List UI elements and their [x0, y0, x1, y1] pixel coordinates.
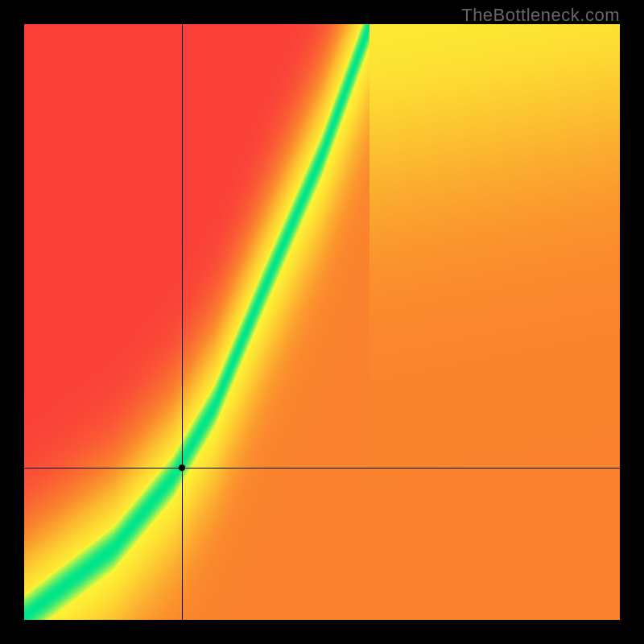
selection-marker — [179, 464, 185, 471]
chart-stage: TheBottleneck.com — [0, 0, 644, 644]
crosshair-horizontal — [24, 468, 620, 469]
watermark-text: TheBottleneck.com — [461, 5, 620, 26]
crosshair-vertical — [182, 24, 183, 620]
bottleneck-heatmap — [24, 24, 620, 620]
